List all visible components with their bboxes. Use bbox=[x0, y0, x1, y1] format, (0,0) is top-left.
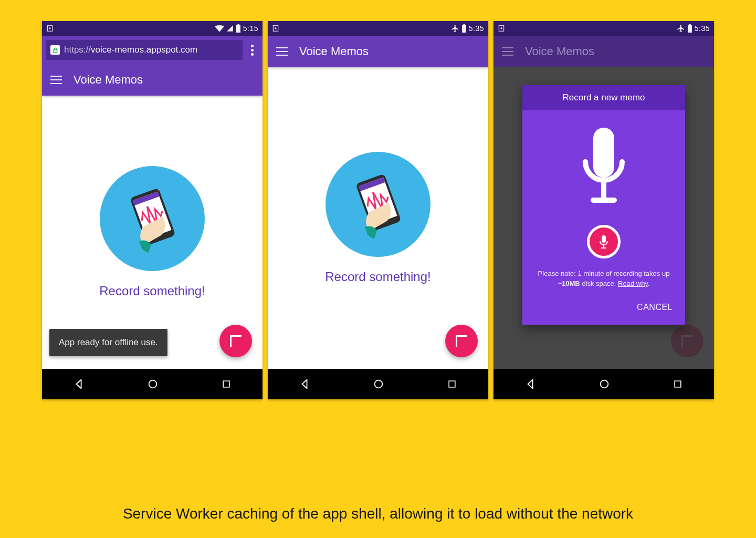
main-content: Record a new memo bbox=[494, 67, 714, 369]
svg-rect-22 bbox=[591, 198, 617, 203]
svg-rect-20 bbox=[593, 128, 614, 178]
dialog-scrim[interactable]: Record a new memo bbox=[494, 67, 714, 369]
plus-icon bbox=[230, 335, 242, 347]
phone-3: 5:35 Voice Memos Record a new memo bbox=[494, 21, 714, 399]
app-header: Voice Memos bbox=[42, 64, 262, 96]
nav-home-icon[interactable] bbox=[147, 378, 159, 390]
record-dialog: Record a new memo bbox=[522, 85, 685, 325]
offline-ready-toast: App ready for offline use. bbox=[49, 329, 167, 356]
android-nav-bar bbox=[494, 369, 714, 399]
hamburger-icon bbox=[502, 47, 513, 56]
read-why-link[interactable]: Read why bbox=[618, 280, 648, 287]
svg-rect-25 bbox=[601, 247, 606, 249]
app-title: Voice Memos bbox=[299, 45, 369, 58]
svg-rect-18 bbox=[688, 25, 692, 33]
fab-add-button[interactable] bbox=[219, 325, 252, 357]
battery-icon bbox=[687, 24, 692, 33]
status-time: 5:35 bbox=[469, 24, 484, 33]
record-button[interactable] bbox=[587, 225, 621, 258]
battery-icon bbox=[236, 24, 241, 33]
fab-add-button[interactable] bbox=[445, 325, 478, 357]
svg-rect-16 bbox=[449, 381, 455, 387]
app-header: Voice Memos bbox=[268, 36, 488, 67]
nav-home-icon[interactable] bbox=[373, 378, 384, 390]
hamburger-icon[interactable] bbox=[50, 76, 62, 84]
empty-state-text: Record something! bbox=[325, 270, 430, 284]
download-icon bbox=[498, 25, 505, 32]
svg-point-26 bbox=[601, 380, 608, 388]
omnibox[interactable]: https://voice-memos.appspot.com bbox=[46, 40, 243, 60]
browser-address-bar: https://voice-memos.appspot.com bbox=[42, 36, 262, 64]
status-bar: 5:35 bbox=[268, 21, 488, 36]
nav-home-icon[interactable] bbox=[598, 378, 610, 390]
svg-rect-2 bbox=[237, 24, 239, 25]
phone-1: 5:15 https://voice-memos.appspot.com Voi… bbox=[42, 21, 262, 399]
signal-icon bbox=[226, 25, 234, 32]
status-bar: 5:35 bbox=[494, 21, 714, 36]
main-content: Record something! App ready for offline … bbox=[42, 96, 262, 369]
android-nav-bar bbox=[268, 369, 488, 399]
svg-rect-8 bbox=[223, 381, 229, 387]
main-content: Record something! bbox=[268, 67, 488, 369]
svg-rect-21 bbox=[601, 182, 606, 199]
app-title: Voice Memos bbox=[525, 45, 594, 58]
svg-point-7 bbox=[149, 380, 157, 388]
status-time: 5:15 bbox=[243, 24, 258, 33]
nav-recents-icon[interactable] bbox=[221, 379, 232, 389]
download-icon bbox=[272, 25, 279, 32]
url-text: https://voice-memos.appspot.com bbox=[64, 45, 197, 55]
svg-rect-19 bbox=[689, 24, 690, 25]
airplane-mode-icon bbox=[451, 24, 459, 33]
phone-waveform-illustration bbox=[100, 166, 205, 271]
nav-recents-icon[interactable] bbox=[673, 379, 683, 389]
cancel-button[interactable]: CANCEL bbox=[634, 297, 676, 317]
svg-rect-23 bbox=[602, 235, 606, 243]
android-nav-bar bbox=[42, 369, 262, 399]
svg-point-15 bbox=[375, 380, 383, 388]
svg-rect-10 bbox=[462, 25, 466, 33]
battery-icon bbox=[461, 24, 467, 33]
empty-state-text: Record something! bbox=[99, 284, 205, 298]
nav-back-icon[interactable] bbox=[73, 378, 85, 390]
dialog-note: Please note: 1 minute of recording takes… bbox=[538, 269, 670, 289]
svg-rect-11 bbox=[463, 24, 465, 25]
phone-waveform-illustration bbox=[326, 152, 430, 257]
airplane-mode-icon bbox=[677, 24, 685, 33]
app-header: Voice Memos bbox=[494, 36, 714, 67]
nav-back-icon[interactable] bbox=[299, 378, 310, 390]
phone-2: 5:35 Voice Memos bbox=[268, 21, 488, 399]
svg-rect-1 bbox=[236, 25, 240, 33]
status-bar: 5:15 bbox=[42, 21, 262, 36]
nav-back-icon[interactable] bbox=[524, 378, 536, 390]
lock-icon bbox=[50, 45, 60, 55]
plus-icon bbox=[456, 335, 467, 347]
hamburger-icon[interactable] bbox=[276, 47, 288, 56]
svg-rect-27 bbox=[675, 381, 681, 387]
status-time: 5:35 bbox=[695, 24, 710, 33]
mic-small-icon bbox=[598, 235, 609, 249]
download-icon bbox=[46, 25, 54, 32]
nav-recents-icon[interactable] bbox=[447, 379, 457, 389]
browser-menu-icon[interactable] bbox=[246, 45, 258, 56]
app-title: Voice Memos bbox=[74, 73, 143, 87]
figure-caption: Service Worker caching of the app shell,… bbox=[123, 505, 633, 522]
wifi-icon bbox=[215, 25, 224, 32]
microphone-icon bbox=[575, 125, 633, 214]
dialog-title: Record a new memo bbox=[522, 85, 685, 110]
svg-rect-3 bbox=[54, 50, 57, 53]
svg-rect-24 bbox=[603, 245, 604, 247]
